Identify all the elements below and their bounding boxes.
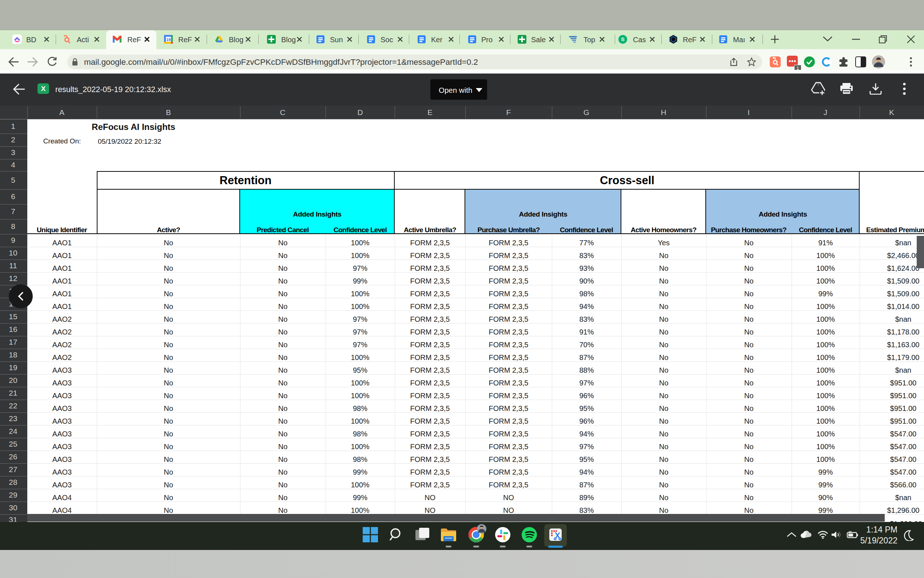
svg-text:19: 19 xyxy=(166,37,171,42)
svg-text:fi: fi xyxy=(621,37,625,42)
